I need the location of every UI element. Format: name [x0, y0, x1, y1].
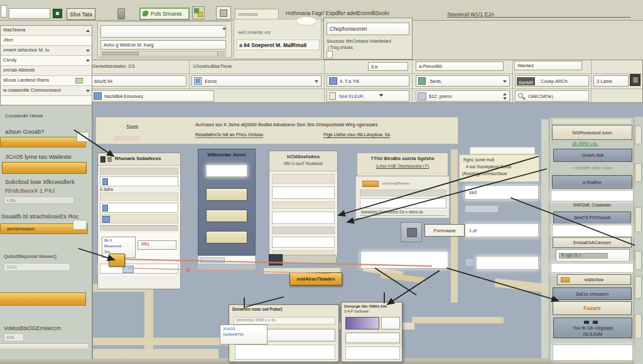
property-row[interactable] [1, 96, 92, 105]
note-field-2[interactable]: 1,zt [465, 223, 539, 237]
node-panel-b[interactable]: WBuronax Jnnce [198, 149, 256, 255]
right-item-input[interactable]: B sgb.Os s [556, 249, 630, 262]
right-item[interactable]: a Rodfnn [552, 175, 632, 189]
right-item[interactable] [553, 345, 633, 361]
right-item[interactable]: 3ewT9 PsThoucb [553, 211, 631, 223]
note-field-3[interactable] [476, 256, 539, 270]
node-panel-d-body[interactable]: sdroresqBsshao ssssssss Gonvbesrs Ds s s… [355, 176, 450, 218]
panel-a-row[interactable] [100, 214, 178, 223]
cell-r2c3[interactable]: 4. T.a 7/8 [327, 75, 409, 87]
name-input[interactable] [100, 25, 226, 38]
h-scrollbar[interactable] [100, 51, 226, 56]
right-item[interactable]: Fasars [553, 301, 632, 315]
dropdown-icon[interactable] [315, 80, 318, 83]
cell-r2c6[interactable]: 3 Lame [593, 75, 629, 87]
cell-r3c1[interactable]: NscMBA Emosves [91, 90, 214, 102]
palette-icon[interactable] [192, 6, 205, 19]
run-button[interactable]: Pols Smoess [139, 8, 190, 20]
panel-d-gray-row[interactable] [360, 190, 446, 196]
cell-r2c5[interactable]: 6antdif Covkp ARCh [515, 75, 589, 87]
node-panel-a[interactable]: Rhonank Sobwfeces 3.3s8/s Bk 9 Bssamsvk … [97, 153, 181, 289]
panel-a-row[interactable] [100, 176, 178, 186]
right-item[interactable]: +3 bseth Gbv Gatv. [554, 163, 631, 173]
col-header-5-chip[interactable]: Wanted [514, 61, 582, 70]
panel-a-row[interactable] [100, 193, 178, 201]
panel-a-row[interactable] [100, 203, 178, 213]
right-item[interactable] [551, 263, 634, 273]
toolbar-search-input[interactable] [9, 8, 50, 19]
toolbar-field[interactable]: osesssas [235, 9, 279, 19]
panel-d-wide-input[interactable] [360, 251, 448, 269]
dropdown-icon[interactable] [503, 80, 507, 83]
yellow-button[interactable]: sodAbsuTtoades [289, 272, 342, 286]
sidebar-yellow-bar-2[interactable] [2, 162, 87, 174]
panel-b-field[interactable] [206, 210, 247, 222]
scroll-end-icon[interactable] [217, 51, 225, 56]
panel-b-field[interactable] [206, 188, 247, 201]
window1-big-input[interactable] [235, 345, 335, 360]
property-row[interactable]: MasTewva [1, 26, 92, 36]
panel-c-row[interactable] [272, 237, 335, 248]
stepper-icon[interactable] [503, 93, 507, 95]
dropdown-icon[interactable] [86, 60, 90, 62]
sidebar-input-3[interactable]: 888 [4, 333, 24, 341]
panel-c-row[interactable] [272, 211, 335, 224]
right-item[interactable]: EmsaEhACaroom [553, 237, 632, 248]
window2-input-2[interactable] [345, 346, 400, 360]
panel-c-row[interactable] [272, 227, 335, 234]
window1-overlay-box[interactable]: JCKO3 (SAMARTR) [220, 324, 267, 345]
yellow-node[interactable] [109, 254, 125, 267]
sidebar-yellow-bar-4[interactable] [0, 292, 86, 306]
cell-r2c1[interactable]: 60u/5.94 [91, 75, 186, 87]
cell-r3c5[interactable]: OAECMOe) [515, 90, 589, 102]
scroll-up-icon[interactable] [222, 27, 226, 29]
dropdown-icon[interactable] [86, 50, 90, 52]
property-row[interactable]: oment sshsctsor M. Iu [1, 46, 92, 56]
property-row[interactable]: w-csawsrdte Communsseor [1, 86, 92, 96]
green-square-icon[interactable] [53, 9, 62, 18]
spinner-icon[interactable] [86, 29, 90, 32]
cell-r2c2[interactable]: Esros [192, 75, 322, 87]
stepper-icon[interactable] [503, 97, 507, 100]
right-item[interactable]: SWGbE Cosawdo [553, 202, 631, 210]
checkbox[interactable] [327, 51, 333, 58]
sidebar-yellow-bar-1[interactable] [0, 137, 86, 147]
note-field-1[interactable]: sa3 [465, 185, 539, 200]
sidebar-input-1[interactable]: « Bv. [4, 196, 74, 204]
sub-window-2[interactable]: Gresjsgb Abr OlBhLA3s 3 A.P Gs3cswl [341, 302, 403, 362]
possible-button[interactable]: Pomnaase [424, 224, 465, 237]
panel-c-row[interactable] [272, 201, 335, 209]
gray-icon-button[interactable] [401, 222, 422, 242]
search-panel-input[interactable]: Chephonieonsn [327, 23, 409, 35]
dropdown-icon[interactable] [86, 90, 90, 92]
property-row[interactable]: Jiton [1, 36, 92, 46]
tool-icon[interactable] [630, 74, 640, 86]
right-item[interactable]: 3sEzs omsoson [553, 287, 632, 300]
panel-a-row[interactable] [100, 168, 178, 175]
banner-link-2[interactable]: Flgb Lbthe clso rBLLAoptow, Ss [323, 132, 390, 138]
col-header-4-chip[interactable]: a-Peruo6ld [416, 62, 504, 71]
purple-gradient-bar[interactable] [345, 317, 379, 329]
scroll-thumb[interactable] [102, 52, 139, 55]
sidebar-input-2[interactable]: 3930 [4, 263, 70, 271]
panel-b-field[interactable] [206, 164, 247, 177]
toolbar-mini-input[interactable] [1, 5, 7, 18]
property-row[interactable]: Csroly [1, 56, 92, 66]
right-item[interactable]: wsbs/low [557, 274, 631, 285]
cell-r3c3[interactable]: Ns4 ELEsR [327, 90, 409, 102]
right-item[interactable]: You fb Gb Gsgsqss OLILIGM [553, 318, 632, 338]
selected-item[interactable]: a 94 Soeperot M. MalRma9 [237, 40, 320, 50]
right-item-link[interactable]: 3b 3Wbr Lsb, [572, 141, 598, 146]
panel-b-field[interactable] [206, 231, 247, 244]
property-row[interactable]: srtciab Albbotls [1, 66, 92, 76]
cell-r3c4[interactable]: $12: prernr. [416, 90, 510, 102]
dark-square-node[interactable] [269, 254, 283, 265]
toolbar-button-1[interactable]: Sfos Tata [67, 8, 95, 20]
right-item[interactable]: Onerh AIA [553, 149, 632, 162]
right-item[interactable]: NGRsoeosod soon [552, 125, 632, 140]
pencil-icon[interactable] [117, 8, 125, 19]
cell-r2c4[interactable]: .5enb, [416, 75, 510, 87]
panel-c-row[interactable] [272, 186, 335, 199]
frame-icon[interactable] [216, 6, 231, 19]
window2-chip-field[interactable] [381, 317, 400, 329]
